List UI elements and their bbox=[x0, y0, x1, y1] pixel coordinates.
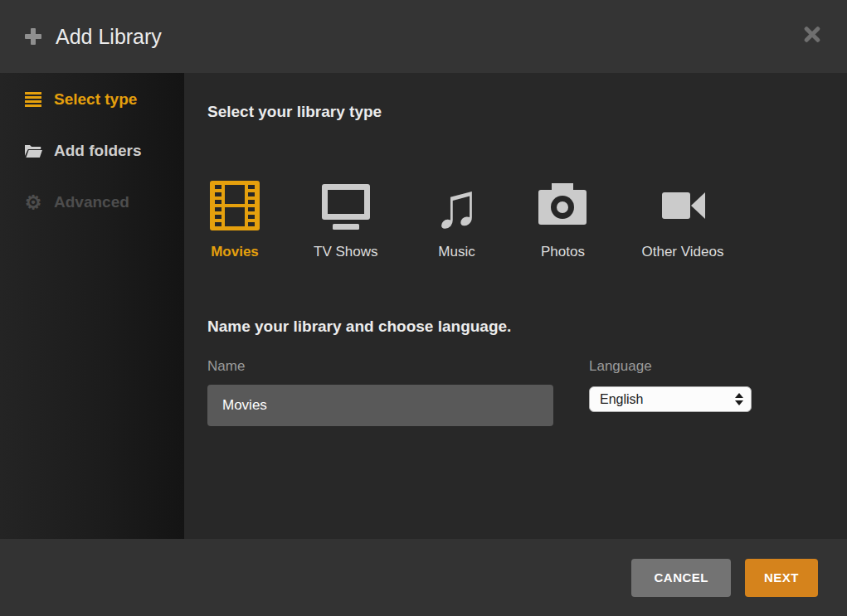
sidebar-item-label: Add folders bbox=[54, 142, 142, 160]
language-selected-value: English bbox=[600, 392, 643, 407]
type-label: TV Shows bbox=[314, 243, 377, 261]
type-label: Photos bbox=[541, 243, 585, 261]
plus-icon bbox=[25, 28, 41, 45]
sidebar-item-add-folders[interactable]: Add folders bbox=[0, 134, 184, 167]
folder-open-icon bbox=[23, 143, 43, 158]
list-lines-icon bbox=[23, 92, 43, 107]
select-stepper-icon bbox=[735, 393, 743, 405]
steps-sidebar: Select type Add folders ⚙ Advanced bbox=[0, 73, 184, 539]
library-type-row: Movies TV Shows ♫ Music bbox=[207, 178, 847, 261]
type-movies[interactable]: Movies bbox=[207, 178, 262, 261]
sidebar-item-label: Advanced bbox=[54, 193, 129, 211]
tv-icon bbox=[319, 178, 373, 233]
type-label: Movies bbox=[211, 243, 259, 261]
add-library-dialog: Add Library Select type Add folders ⚙ Ad… bbox=[0, 0, 847, 616]
next-button[interactable]: NEXT bbox=[745, 559, 818, 597]
gear-icon: ⚙ bbox=[23, 192, 43, 212]
music-note-icon: ♫ bbox=[429, 178, 484, 233]
type-photos[interactable]: Photos bbox=[535, 178, 590, 261]
name-field-group: Name bbox=[207, 357, 553, 426]
video-camera-icon bbox=[655, 178, 710, 233]
sidebar-item-label: Select type bbox=[54, 90, 137, 109]
language-field-group: Language English bbox=[589, 357, 752, 426]
type-other-videos[interactable]: Other Videos bbox=[641, 178, 723, 261]
dialog-header: Add Library bbox=[0, 0, 847, 73]
type-music[interactable]: ♫ Music bbox=[429, 178, 484, 261]
dialog-footer: CANCEL NEXT bbox=[0, 539, 847, 616]
film-icon bbox=[207, 178, 262, 233]
fields-row: Name Language English bbox=[207, 357, 847, 426]
main-panel: Select your library type bbox=[184, 73, 847, 539]
type-label: Music bbox=[438, 243, 475, 261]
type-tv-shows[interactable]: TV Shows bbox=[314, 178, 377, 261]
sidebar-item-select-type[interactable]: Select type bbox=[0, 83, 184, 116]
language-select[interactable]: English bbox=[589, 386, 752, 412]
close-icon[interactable] bbox=[803, 26, 821, 44]
name-label: Name bbox=[207, 357, 553, 376]
sidebar-item-advanced: ⚙ Advanced bbox=[0, 186, 184, 219]
type-label: Other Videos bbox=[641, 243, 723, 261]
cancel-button[interactable]: CANCEL bbox=[631, 559, 731, 597]
language-label: Language bbox=[589, 357, 752, 376]
library-name-input[interactable] bbox=[207, 385, 553, 426]
library-type-heading: Select your library type bbox=[207, 101, 847, 123]
dialog-title: Add Library bbox=[56, 25, 162, 49]
name-language-heading: Name your library and choose language. bbox=[207, 317, 847, 337]
camera-icon bbox=[535, 178, 590, 233]
